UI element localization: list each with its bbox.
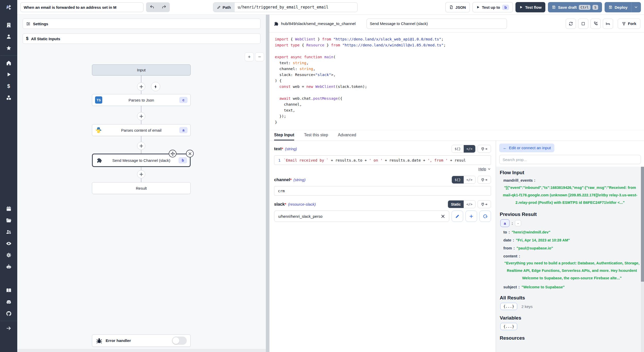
- discord-icon[interactable]: [6, 299, 12, 305]
- add-step-button[interactable]: [137, 170, 145, 178]
- result-row[interactable]: to:"henri@windmill.dev": [500, 229, 640, 235]
- json-button[interactable]: JSON: [445, 2, 470, 12]
- add-step-button[interactable]: [137, 112, 145, 120]
- reload-script-button[interactable]: [566, 19, 576, 29]
- error-handler-toggle[interactable]: [172, 337, 187, 345]
- test-up-to-step-badge: b: [502, 5, 509, 10]
- bench-button[interactable]: [603, 19, 613, 29]
- delete-step-button[interactable]: [186, 150, 194, 157]
- deploy-label: Deploy: [615, 5, 628, 10]
- refresh-resource-button[interactable]: [479, 211, 491, 222]
- save-draft-button[interactable]: Save draft Ctrl S: [548, 2, 602, 12]
- text-expression-editor[interactable]: 1 `Email received by ` + results.a.to + …: [274, 155, 491, 165]
- expand-editor-button[interactable]: [578, 19, 588, 29]
- workers-gear-icon[interactable]: [6, 252, 12, 258]
- phone-incoming-button[interactable]: [590, 19, 601, 29]
- static-mode-button[interactable]: Static: [448, 200, 463, 208]
- windmill-logo[interactable]: [0, 0, 17, 15]
- github-icon[interactable]: [6, 311, 12, 317]
- flow-node-input[interactable]: Input: [92, 64, 191, 76]
- channel-value-input[interactable]: [274, 186, 491, 196]
- path-edit-button[interactable]: Path: [213, 3, 235, 12]
- edit-resource-button[interactable]: [452, 211, 463, 222]
- runs-play-icon[interactable]: [6, 71, 12, 78]
- tab-advanced[interactable]: Advanced: [338, 130, 356, 140]
- all-results-expand-button[interactable]: {...}: [500, 303, 517, 310]
- add-resource-button[interactable]: [465, 211, 477, 222]
- expand-sidebar-arrow-icon[interactable]: [6, 325, 12, 331]
- keys-count: 2 keys: [521, 304, 532, 309]
- variables-dollar-icon[interactable]: $: [6, 83, 12, 89]
- add-step-button[interactable]: [137, 82, 145, 91]
- deploy-dropdown-button[interactable]: [631, 2, 641, 12]
- zoom-out-button[interactable]: −: [255, 52, 264, 61]
- result-key-badge[interactable]: a: [500, 219, 510, 227]
- connect-input-button[interactable]: [478, 176, 491, 184]
- groups-icon[interactable]: [6, 229, 12, 235]
- flow-input-key-row[interactable]: mandrill_events:: [500, 178, 640, 182]
- result-row[interactable]: from:"paul@supabase.io": [500, 245, 640, 251]
- connect-input-button[interactable]: [478, 200, 491, 208]
- favorites-star-icon[interactable]: [6, 45, 12, 51]
- flow-node-parses-content[interactable]: Parses content of email a: [92, 124, 191, 136]
- move-step-button[interactable]: [169, 150, 176, 157]
- audit-logs-eye-icon[interactable]: [6, 240, 12, 247]
- code-mode-button[interactable]: </>: [464, 176, 475, 183]
- workspace-icon[interactable]: [6, 22, 12, 28]
- test-flow-button[interactable]: Test flow: [515, 2, 545, 12]
- add-step-button[interactable]: [137, 142, 145, 150]
- path-input[interactable]: [235, 3, 357, 12]
- result-row[interactable]: subject:"Welcome to Supabase": [500, 284, 640, 290]
- fork-button[interactable]: Fork: [618, 19, 640, 29]
- home-icon[interactable]: [6, 60, 12, 66]
- flow-settings-label: Settings: [33, 22, 48, 26]
- flow-input-value[interactable]: "[{"event":"inbound","ts":1683819426,"ms…: [500, 184, 640, 206]
- flow-node-label: Parses to Json: [129, 98, 154, 102]
- all-results-title: All Results: [500, 295, 640, 301]
- tab-step-input[interactable]: Step Input: [274, 130, 294, 140]
- result-row[interactable]: date:"Fri, Apr 14, 2023 at 10:28 AM": [500, 237, 640, 243]
- step-summary-input[interactable]: [367, 19, 507, 29]
- user-icon[interactable]: [6, 33, 12, 40]
- slack-resource-picker[interactable]: u/henri/henri_slack_perso: [274, 211, 449, 222]
- bot-icon[interactable]: [6, 264, 12, 270]
- flow-title-input[interactable]: [20, 2, 143, 12]
- panel-resize-handle[interactable]: [266, 15, 269, 352]
- flow-node-result[interactable]: Result: [92, 182, 191, 194]
- test-up-to-button[interactable]: Test up to b: [472, 2, 513, 12]
- folders-icon[interactable]: [6, 217, 12, 223]
- tab-test-this-step[interactable]: Test this step: [304, 130, 328, 140]
- code-mode-button[interactable]: </>: [464, 145, 475, 153]
- template-mode-button[interactable]: ${}: [452, 176, 463, 183]
- result-row[interactable]: content:"Everything you need to build a …: [500, 253, 640, 282]
- all-static-inputs-button[interactable]: $ All Static Inputs: [23, 33, 260, 44]
- search-prop-input[interactable]: [499, 155, 641, 164]
- trigger-bolt-button[interactable]: [151, 82, 160, 91]
- code-line: channel,: [275, 102, 644, 107]
- help-link[interactable]: Help: [478, 167, 486, 171]
- schedules-calendar-icon[interactable]: [6, 206, 12, 212]
- code-mode-button[interactable]: </>: [464, 200, 475, 208]
- clear-resource-button[interactable]: [441, 214, 445, 219]
- variables-expand-button[interactable]: {...}: [500, 323, 517, 330]
- edit-or-connect-button[interactable]: ← Edit or connect an input: [499, 144, 554, 152]
- collapse-button[interactable]: -: [515, 220, 521, 226]
- error-handler-node[interactable]: Error handler: [92, 334, 191, 347]
- flow-settings-button[interactable]: Settings: [23, 19, 260, 29]
- template-mode-button[interactable]: ${}: [452, 145, 463, 153]
- vertical-scrollbar[interactable]: [641, 167, 644, 352]
- code-editor[interactable]: import { WebClient } from "https://deno.…: [269, 33, 644, 130]
- scrollbar-thumb[interactable]: [641, 167, 644, 282]
- horizontal-scrollbar[interactable]: [17, 349, 266, 352]
- code-line: await web.chat.postMessage({: [275, 96, 644, 102]
- zoom-in-button[interactable]: +: [245, 52, 254, 61]
- docs-book-icon[interactable]: [6, 287, 12, 294]
- flow-node-parses-to-json[interactable]: TS Parses to Json c: [92, 94, 191, 106]
- connect-input-button[interactable]: [478, 145, 491, 153]
- undo-button[interactable]: [146, 2, 158, 12]
- step-id-badge: b: [179, 157, 187, 163]
- plug-arrow-icon: [481, 147, 488, 151]
- deploy-button[interactable]: Deploy: [605, 2, 641, 12]
- resources-boxes-icon[interactable]: [6, 95, 12, 101]
- redo-button[interactable]: [158, 2, 170, 12]
